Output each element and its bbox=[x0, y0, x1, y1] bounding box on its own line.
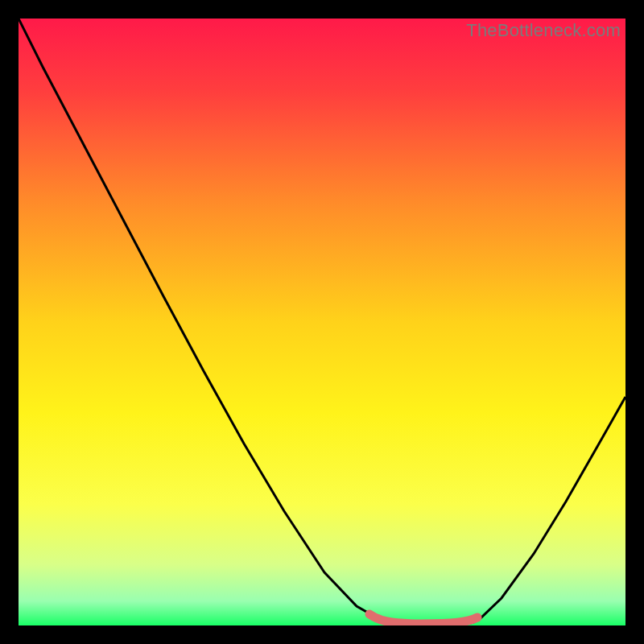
chart-frame: TheBottleneck.com bbox=[19, 19, 625, 625]
watermark-label: TheBottleneck.com bbox=[466, 20, 621, 41]
bottleneck-chart bbox=[19, 19, 625, 625]
gradient-background bbox=[19, 19, 625, 625]
